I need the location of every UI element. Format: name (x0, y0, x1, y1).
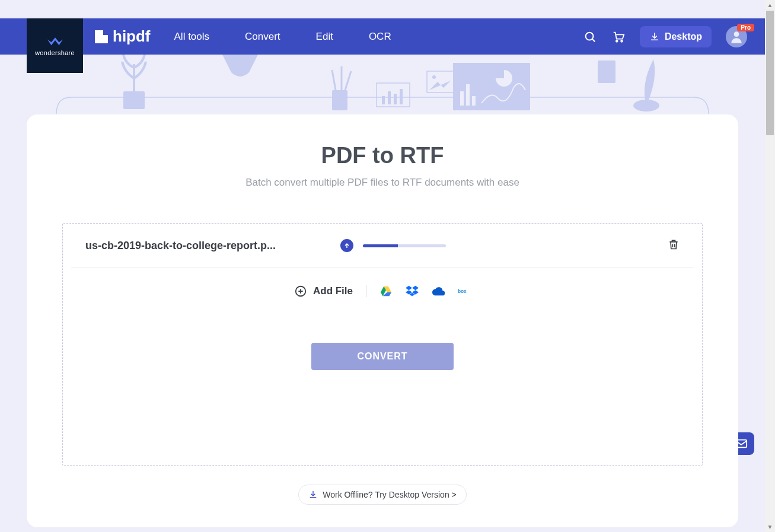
upload-indicator-icon (340, 239, 353, 252)
download-icon (649, 31, 660, 42)
dropbox-icon[interactable] (406, 285, 419, 297)
upload-dropzone[interactable]: us-cb-2019-back-to-college-report.p... A… (62, 223, 703, 466)
wondershare-logo[interactable]: wondershare (27, 18, 83, 73)
svg-rect-19 (466, 84, 470, 106)
box-icon[interactable]: box (458, 285, 471, 297)
wondershare-icon (47, 35, 63, 46)
desktop-button[interactable]: Desktop (640, 26, 712, 47)
svg-rect-11 (382, 96, 385, 104)
svg-rect-17 (453, 63, 530, 110)
onedrive-icon[interactable] (432, 285, 445, 297)
svg-rect-5 (123, 91, 145, 109)
file-name: us-cb-2019-back-to-college-report.p... (85, 240, 340, 252)
scrollbar[interactable]: ▲ ▼ (765, 0, 775, 532)
svg-rect-21 (598, 60, 615, 83)
svg-point-2 (616, 40, 618, 42)
delete-file-button[interactable] (668, 238, 680, 253)
wondershare-label: wondershare (35, 49, 75, 56)
page-subtitle: Batch convert multiple PDF files to RTF … (27, 177, 738, 189)
svg-point-16 (432, 75, 436, 79)
svg-rect-18 (460, 91, 464, 106)
svg-line-7 (332, 70, 336, 90)
convert-button[interactable]: CONVERT (311, 343, 454, 370)
hipdf-logo-icon (95, 30, 108, 43)
upload-progress (363, 244, 446, 247)
svg-rect-6 (332, 90, 347, 110)
plus-circle-icon (294, 285, 307, 298)
svg-point-0 (586, 32, 594, 40)
scroll-up-icon[interactable]: ▲ (765, 0, 775, 10)
svg-line-1 (592, 39, 595, 42)
svg-text:box: box (458, 289, 467, 294)
svg-rect-13 (394, 94, 397, 104)
scroll-down-icon[interactable]: ▼ (765, 522, 775, 532)
decorative-illustration (0, 55, 765, 123)
work-offline-label: Work Offline? Try Desktop Version > (323, 490, 457, 499)
file-row: us-cb-2019-back-to-college-report.p... (71, 224, 694, 268)
google-drive-icon[interactable] (379, 285, 393, 297)
download-icon (308, 490, 318, 499)
page-title: PDF to RTF (27, 143, 738, 168)
svg-line-9 (345, 71, 351, 90)
scroll-thumb[interactable] (766, 11, 774, 135)
svg-rect-20 (472, 96, 476, 106)
nav-all-tools[interactable]: All tools (174, 31, 210, 43)
svg-point-4 (734, 31, 739, 37)
nav-convert[interactable]: Convert (245, 31, 280, 43)
add-file-label: Add File (313, 285, 353, 297)
desktop-button-label: Desktop (665, 31, 702, 42)
nav-ocr[interactable]: OCR (369, 31, 391, 43)
nav-edit[interactable]: Edit (316, 31, 333, 43)
separator (366, 285, 366, 297)
cart-icon[interactable] (611, 30, 626, 44)
work-offline-button[interactable]: Work Offline? Try Desktop Version > (298, 485, 467, 505)
svg-rect-10 (377, 83, 410, 107)
add-file-button[interactable]: Add File (294, 285, 353, 298)
search-icon[interactable] (583, 30, 597, 44)
svg-rect-14 (400, 89, 403, 104)
svg-point-3 (621, 40, 623, 42)
hipdf-logo[interactable]: hipdf (95, 27, 151, 46)
hipdf-logo-text: hipdf (113, 27, 151, 46)
pro-badge: Pro (737, 24, 754, 31)
svg-rect-12 (388, 91, 391, 104)
